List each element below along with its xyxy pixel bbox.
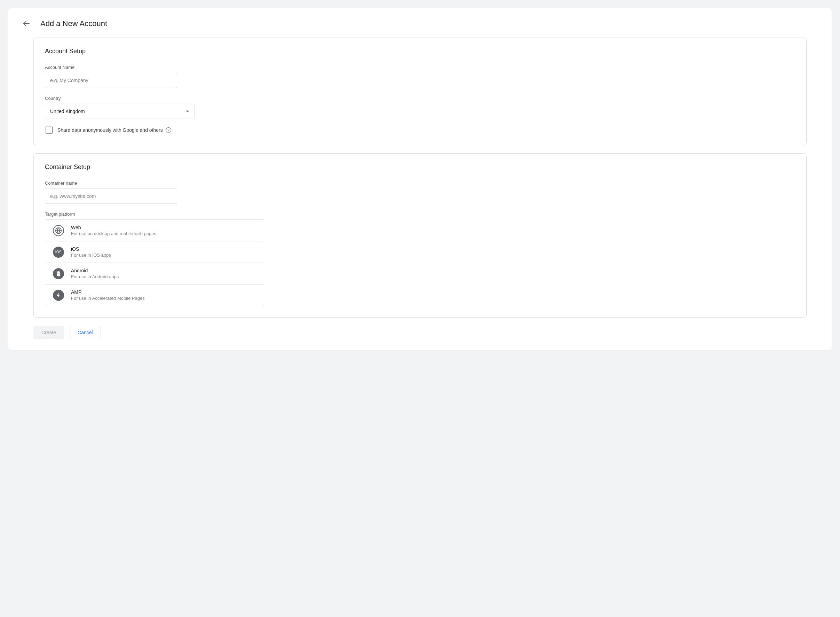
platform-subtitle: For use on desktop and mobile web pages: [71, 231, 156, 236]
country-select[interactable]: United Kingdom: [45, 104, 195, 119]
dialog-header: Add a New Account: [8, 17, 832, 38]
container-name-field: Container name: [45, 180, 795, 204]
platform-text: AMP For use in Accelerated Mobile Pages: [71, 289, 145, 301]
target-platform-label: Target platform: [45, 211, 795, 217]
cancel-button[interactable]: Cancel: [70, 326, 101, 339]
dialog-sheet: Add a New Account Account Setup Account …: [8, 8, 832, 350]
target-platform-field: Target platform Web For use on desktop a…: [45, 211, 795, 306]
share-data-checkbox[interactable]: [46, 127, 53, 134]
page-title: Add a New Account: [40, 19, 107, 28]
container-name-input[interactable]: [45, 189, 177, 204]
ios-icon: iOS: [53, 247, 64, 258]
account-name-input[interactable]: [45, 73, 177, 88]
platform-option-amp[interactable]: AMP For use in Accelerated Mobile Pages: [45, 285, 264, 306]
container-setup-title: Container Setup: [45, 164, 795, 171]
share-data-label-text: Share data anonymously with Google and o…: [58, 127, 163, 133]
platform-list: Web For use on desktop and mobile web pa…: [45, 220, 264, 306]
platform-option-web[interactable]: Web For use on desktop and mobile web pa…: [45, 220, 264, 241]
platform-option-android[interactable]: Android For use in Android apps: [45, 263, 264, 285]
platform-text: iOS For use in iOS apps: [71, 246, 111, 258]
share-data-label: Share data anonymously with Google and o…: [58, 127, 171, 133]
platform-subtitle: For use in Android apps: [71, 274, 119, 279]
platform-title: AMP: [71, 289, 145, 295]
platform-text: Android For use in Android apps: [71, 268, 119, 279]
back-button[interactable]: [19, 17, 33, 31]
platform-title: iOS: [71, 246, 111, 252]
country-label: Country: [45, 96, 795, 101]
account-name-label: Account Name: [45, 65, 795, 70]
platform-title: Web: [71, 225, 156, 230]
platform-subtitle: For use in iOS apps: [71, 252, 111, 258]
create-button[interactable]: Create: [33, 326, 64, 339]
action-buttons: Create Cancel: [8, 326, 832, 339]
chevron-down-icon: [186, 111, 189, 112]
share-data-row: Share data anonymously with Google and o…: [45, 127, 795, 134]
account-name-field: Account Name: [45, 65, 795, 88]
country-field: Country United Kingdom: [45, 96, 795, 119]
container-name-label: Container name: [45, 180, 795, 186]
android-icon: [53, 268, 64, 279]
account-setup-card: Account Setup Account Name Country Unite…: [33, 38, 807, 145]
platform-option-ios[interactable]: iOS iOS For use in iOS apps: [45, 241, 264, 263]
account-setup-title: Account Setup: [45, 48, 795, 55]
help-icon[interactable]: ?: [166, 127, 171, 133]
platform-title: Android: [71, 268, 119, 273]
container-setup-card: Container Setup Container name Target pl…: [33, 154, 807, 317]
globe-icon: [53, 225, 64, 236]
platform-text: Web For use on desktop and mobile web pa…: [71, 225, 156, 236]
arrow-left-icon: [22, 19, 31, 28]
amp-icon: [53, 290, 64, 301]
country-selected-value: United Kingdom: [50, 109, 85, 114]
platform-subtitle: For use in Accelerated Mobile Pages: [71, 296, 145, 301]
